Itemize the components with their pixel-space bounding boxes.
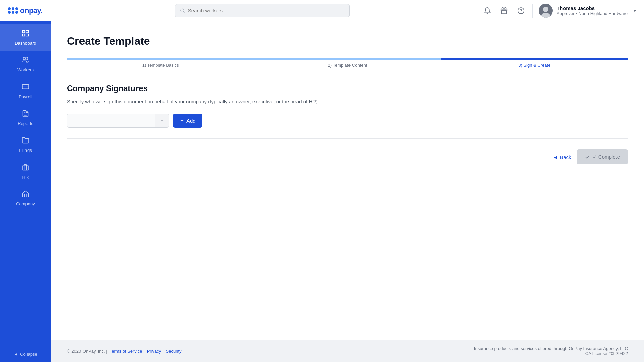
add-button[interactable]: Add (173, 114, 202, 128)
step-template-basics: 1) Template Basics (67, 58, 254, 68)
signature-select-input[interactable] (67, 114, 155, 128)
page-title: Create Template (67, 35, 628, 47)
logo: onpay. (8, 6, 42, 15)
section-desc: Specify who will sign this document on b… (67, 99, 628, 104)
step-bar-template-basics (67, 58, 254, 60)
collapse-arrow-icon: ◄ (14, 352, 18, 357)
user-role: Approver • North Highland Hardware (557, 11, 628, 16)
add-label: Add (186, 118, 196, 124)
gift-icon[interactable] (499, 5, 509, 16)
complete-button[interactable]: ✓ Complete (577, 149, 628, 164)
notifications-icon[interactable] (482, 5, 493, 16)
signature-select-container (67, 114, 169, 128)
action-row: ◄ Back ✓ Complete (67, 149, 628, 164)
search-bar (175, 4, 350, 17)
header-right: Thomas Jacobs Approver • North Highland … (482, 4, 636, 18)
check-icon (585, 154, 590, 160)
sidebar-item-hr-label: HR (22, 175, 29, 180)
sidebar-item-dashboard-label: Dashboard (15, 41, 36, 46)
filings-icon (22, 137, 29, 146)
svg-point-0 (180, 9, 184, 12)
back-button[interactable]: ◄ Back (553, 154, 571, 160)
section-title: Company Signatures (67, 84, 628, 93)
chevron-down-icon (159, 118, 165, 123)
svg-rect-18 (22, 166, 29, 170)
step-bar-template-content (254, 58, 441, 60)
step-label-sign-create: 3) Sign & Create (441, 63, 628, 68)
sidebar-item-payroll-label: Payroll (19, 94, 32, 99)
step-sign-create: 3) Sign & Create (441, 58, 628, 68)
sidebar-item-filings-label: Filings (19, 148, 32, 153)
footer-security-link[interactable]: Security (166, 349, 182, 354)
plus-icon (180, 118, 184, 123)
footer-right: Insurance products and services offered … (474, 346, 628, 356)
complete-label: ✓ Complete (593, 154, 620, 160)
logo-dot (12, 11, 14, 14)
sidebar-item-payroll[interactable]: Payroll (0, 78, 51, 105)
logo-dot (15, 11, 18, 14)
avatar (539, 4, 553, 18)
logo-dot (8, 7, 11, 10)
svg-rect-10 (26, 31, 28, 33)
search-icon (180, 8, 185, 13)
chevron-down-icon: ▾ (634, 8, 636, 13)
payroll-icon (22, 83, 29, 92)
reports-icon (22, 110, 29, 119)
user-name: Thomas Jacobs (557, 5, 628, 11)
sidebar-item-dashboard[interactable]: Dashboard (0, 24, 51, 51)
back-label: Back (560, 154, 571, 160)
sidebar-item-workers-label: Workers (17, 67, 34, 72)
search-input[interactable] (188, 8, 344, 13)
sidebar-item-workers[interactable]: Workers (0, 51, 51, 78)
footer-copyright: © 2020 OnPay, Inc. | (67, 349, 107, 354)
footer-license-text: CA License #0L29422 (474, 351, 628, 356)
logo-dot (8, 11, 11, 14)
svg-rect-11 (23, 34, 25, 36)
workers-icon (22, 56, 29, 65)
signature-select-arrow[interactable] (155, 114, 169, 128)
sidebar-item-company-label: Company (16, 201, 35, 206)
sidebar-item-reports-label: Reports (18, 121, 33, 126)
svg-point-7 (543, 7, 548, 12)
svg-rect-9 (23, 31, 25, 33)
app-body: Dashboard Workers Payroll Reports Filing… (0, 21, 644, 362)
dashboard-icon (22, 29, 29, 39)
step-template-content: 2) Template Content (254, 58, 441, 68)
sidebar: Dashboard Workers Payroll Reports Filing… (0, 21, 51, 362)
sidebar-item-hr[interactable]: HR (0, 158, 51, 185)
main-content: Create Template 1) Template Basics 2) Te… (51, 21, 644, 362)
step-bar-sign-create (441, 58, 628, 60)
sidebar-bottom: ◄ Collapse (0, 346, 51, 362)
divider (67, 138, 628, 139)
sidebar-item-company[interactable]: Company (0, 185, 51, 212)
svg-rect-12 (26, 34, 28, 36)
help-icon[interactable] (516, 5, 526, 16)
page-content: Create Template 1) Template Basics 2) Te… (51, 21, 644, 340)
footer: © 2020 OnPay, Inc. | Terms of Service | … (51, 340, 644, 362)
user-section[interactable]: Thomas Jacobs Approver • North Highland … (532, 4, 636, 18)
sidebar-item-filings[interactable]: Filings (0, 131, 51, 158)
hr-icon (22, 164, 29, 173)
footer-insurance-text: Insurance products and services offered … (474, 346, 628, 351)
header: onpay. Thomas Jacobs Approver • (0, 0, 644, 21)
logo-dot (12, 7, 14, 10)
user-info: Thomas Jacobs Approver • North Highland … (557, 5, 628, 16)
svg-rect-14 (22, 85, 29, 89)
footer-privacy-link[interactable]: Privacy (147, 349, 161, 354)
company-icon (22, 190, 29, 199)
logo-text: onpay. (20, 6, 42, 15)
footer-left: © 2020 OnPay, Inc. | Terms of Service | … (67, 349, 182, 354)
step-label-template-basics: 1) Template Basics (67, 63, 254, 68)
footer-terms-link[interactable]: Terms of Service (110, 349, 142, 354)
stepper: 1) Template Basics 2) Template Content 3… (67, 58, 628, 68)
sidebar-item-reports[interactable]: Reports (0, 105, 51, 131)
signature-row: Add (67, 114, 628, 128)
step-label-template-content: 2) Template Content (254, 63, 441, 68)
svg-point-13 (23, 57, 26, 60)
svg-line-1 (183, 11, 184, 12)
collapse-button[interactable]: ◄ Collapse (14, 352, 37, 357)
collapse-label: Collapse (20, 352, 37, 357)
back-arrow-icon: ◄ (553, 154, 558, 160)
logo-icon (8, 7, 18, 14)
logo-dot (15, 7, 18, 10)
